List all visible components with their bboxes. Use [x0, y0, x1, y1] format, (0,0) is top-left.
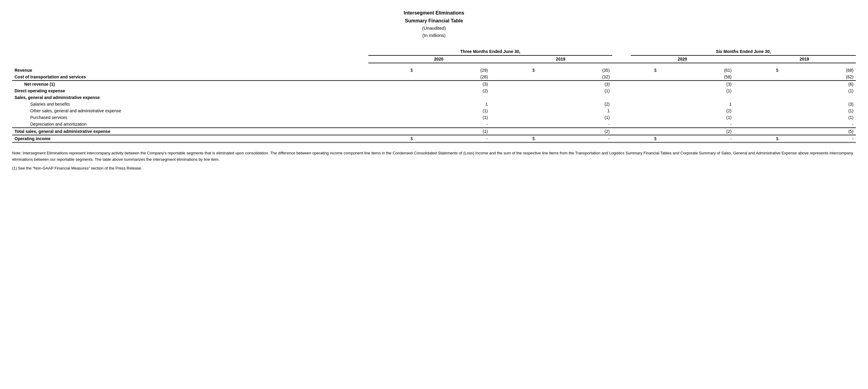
- year-header-row: 2020 2019 2020 2019: [12, 55, 856, 63]
- dollar1: [387, 94, 415, 101]
- row-label: Direct operating expense: [12, 88, 368, 94]
- dollar3: [631, 128, 659, 135]
- table-row: Depreciation and amortization - - - -: [12, 121, 856, 128]
- dollar1: [387, 128, 415, 135]
- val4: [781, 94, 856, 101]
- dollar3: [631, 121, 659, 128]
- val3: -: [659, 135, 734, 143]
- val1: (26): [415, 73, 490, 81]
- row-label: Operating income: [12, 135, 368, 143]
- val1: -: [415, 121, 490, 128]
- note-section: Note: Intersegment Eliminations represen…: [12, 150, 856, 163]
- note-text: Note: Intersegment Eliminations represen…: [12, 151, 853, 162]
- table-row: Sales, general and administrative expens…: [12, 94, 856, 101]
- dollar2: [509, 114, 537, 121]
- dollar1: [387, 88, 415, 94]
- val4: (6): [781, 81, 856, 88]
- dollar3: [631, 88, 659, 94]
- three-months-2020: 2020: [387, 55, 490, 63]
- val2: [537, 94, 612, 101]
- val4: (62): [781, 73, 856, 81]
- val4: -: [781, 135, 856, 143]
- val3: (3): [659, 81, 734, 88]
- dollar1: $: [387, 67, 415, 73]
- val1: (2): [415, 88, 490, 94]
- row-label: Cost of transportation and services: [12, 73, 368, 81]
- table-row: Total sales, general and administrative …: [12, 128, 856, 135]
- val1: (1): [415, 128, 490, 135]
- dollar1: [387, 121, 415, 128]
- dollar1: [387, 101, 415, 108]
- val2: (32): [537, 73, 612, 81]
- dollar2: [509, 108, 537, 114]
- dollar3: $: [631, 67, 659, 73]
- dollar4: [753, 94, 781, 101]
- val1: (1): [415, 114, 490, 121]
- six-months-header: Six Months Ended June 30,: [631, 48, 856, 55]
- dollar4: [753, 81, 781, 88]
- dollar3: [631, 73, 659, 81]
- val2: (35): [537, 67, 612, 73]
- dollar1: [387, 114, 415, 121]
- six-months-2020: 2020: [631, 55, 734, 63]
- row-label: Other sales, general and administrative …: [12, 108, 368, 114]
- val3: (1): [659, 88, 734, 94]
- dollar2: [509, 88, 537, 94]
- dollar1: [387, 108, 415, 114]
- val3: (58): [659, 73, 734, 81]
- val2: (3): [537, 81, 612, 88]
- row-label: Total sales, general and administrative …: [12, 128, 368, 135]
- table-row: Other sales, general and administrative …: [12, 108, 856, 114]
- val3: (61): [659, 67, 734, 73]
- dollar1: [387, 81, 415, 88]
- row-label: Purchased services: [12, 114, 368, 121]
- dollar4: [753, 73, 781, 81]
- dollar3: [631, 94, 659, 101]
- val2: 1: [537, 108, 612, 114]
- val3: (2): [659, 108, 734, 114]
- dollar2: $: [509, 67, 537, 73]
- table-row: Net revenue (1) (3) (3) (3) (6): [12, 81, 856, 88]
- val4: (3): [781, 101, 856, 108]
- dollar4: [753, 121, 781, 128]
- dollar3: $: [631, 135, 659, 143]
- dollar2: [509, 73, 537, 81]
- row-label: Revenue: [12, 67, 368, 73]
- val2: (2): [537, 101, 612, 108]
- val1: (1): [415, 108, 490, 114]
- val2: -: [537, 135, 612, 143]
- val4: (68): [781, 67, 856, 73]
- dollar2: [509, 128, 537, 135]
- val2: (1): [537, 88, 612, 94]
- table-row: Direct operating expense (2) (1) (1) (1): [12, 88, 856, 94]
- three-months-2019: 2019: [509, 55, 612, 63]
- dollar4: [753, 101, 781, 108]
- val3: 1: [659, 101, 734, 108]
- row-label: Net revenue (1): [12, 81, 368, 88]
- dollar4: $: [753, 67, 781, 73]
- val4: (1): [781, 114, 856, 121]
- val2: (2): [537, 128, 612, 135]
- val3: (1): [659, 114, 734, 121]
- title-line2: Summary Financial Table: [12, 17, 856, 25]
- title-line3: (Unaudited): [12, 25, 856, 32]
- val1: (3): [415, 81, 490, 88]
- financial-table: Three Months Ended June 30, Six Months E…: [12, 48, 856, 143]
- title-line1: Intersegment Eliminations: [12, 9, 856, 17]
- val2: (1): [537, 114, 612, 121]
- val3: (2): [659, 128, 734, 135]
- footnote-text: (1) See the “Non-GAAP Financial Measures…: [12, 166, 142, 171]
- dollar4: $: [753, 135, 781, 143]
- row-label: Salaries and benefits: [12, 101, 368, 108]
- dollar2: [509, 94, 537, 101]
- table-row: Revenue $ (29) $ (35) $ (61) $ (68): [12, 67, 856, 73]
- dollar2: [509, 101, 537, 108]
- val1: -: [415, 135, 490, 143]
- dollar4: [753, 88, 781, 94]
- val3: [659, 94, 734, 101]
- dollar2: $: [509, 135, 537, 143]
- six-months-2019: 2019: [753, 55, 856, 63]
- val4: (1): [781, 88, 856, 94]
- dollar2: [509, 121, 537, 128]
- val1: (29): [415, 67, 490, 73]
